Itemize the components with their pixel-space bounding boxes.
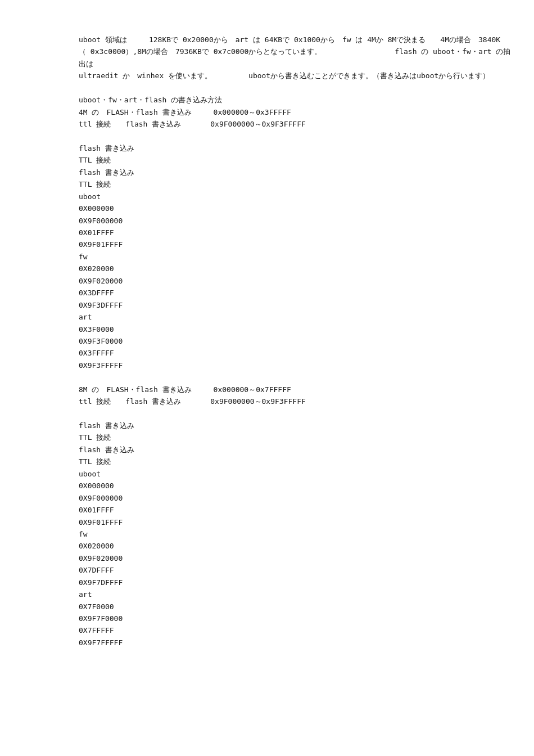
text-line: 0X9F020000 bbox=[79, 552, 517, 564]
text-line: uboot bbox=[79, 468, 517, 480]
text-line: 0X9F01FFFF bbox=[79, 516, 517, 528]
text-line: 0X9F7DFFFF bbox=[79, 577, 517, 588]
text-line: fw bbox=[79, 251, 517, 263]
text-line: 0X3FFFFF bbox=[79, 347, 517, 359]
text-line: art bbox=[79, 588, 517, 600]
text-line: 0X01FFFF bbox=[79, 504, 517, 516]
text-line: 0X3DFFFF bbox=[79, 287, 517, 299]
text-line: 0X9F000000 bbox=[79, 215, 517, 227]
text-line: TTL 接続 bbox=[79, 154, 517, 166]
text-line: 0X01FFFF bbox=[79, 227, 517, 238]
text-line: art bbox=[79, 311, 517, 323]
text-line: flash 書き込み bbox=[79, 142, 517, 154]
text-line: flash 書き込み bbox=[79, 166, 517, 178]
text-line: 0X3F0000 bbox=[79, 323, 517, 335]
text-line: ttl 接続 flash 書き込み 0x9F000000～0x9F3FFFFF bbox=[79, 395, 517, 407]
text-line: ultraedit か winhex を使います。 ubootから書き込むことが… bbox=[79, 70, 517, 82]
text-line: 0X9F7FFFFF bbox=[79, 637, 517, 649]
text-line: 8M の FLASH・flash 書き込み 0x000000～0x7FFFFF bbox=[79, 384, 517, 395]
text-line: 0X9F020000 bbox=[79, 275, 517, 287]
text-line: 0X9F3DFFFF bbox=[79, 299, 517, 311]
text-line: 0X7FFFFF bbox=[79, 624, 517, 636]
text-line: 0X9F000000 bbox=[79, 492, 517, 504]
text-line: 0X020000 bbox=[79, 540, 517, 552]
text-line: TTL 接続 bbox=[79, 431, 517, 443]
text-line: flash 書き込み bbox=[79, 444, 517, 456]
text-line: uboot 領域は 128KBで 0x20000から art は 64KBで 0… bbox=[79, 34, 517, 46]
text-line: 0X9F3F0000 bbox=[79, 335, 517, 347]
text-line: （ 0x3c0000）,8Mの場合 7936KBで 0x7c0000からとなって… bbox=[79, 46, 517, 70]
text-line: 4M の FLASH・flash 書き込み 0x000000～0x3FFFFF bbox=[79, 106, 517, 118]
text-line: uboot bbox=[79, 191, 517, 202]
text-line: fw bbox=[79, 528, 517, 540]
text-line: flash 書き込み bbox=[79, 420, 517, 431]
text-line: ttl 接続 flash 書き込み 0x9F000000～0x9F3FFFFF bbox=[79, 118, 517, 130]
main-content: uboot 領域は 128KBで 0x20000から art は 64KBで 0… bbox=[79, 34, 517, 649]
text-line: TTL 接続 bbox=[79, 178, 517, 190]
text-line: 0X9F01FFFF bbox=[79, 238, 517, 250]
text-line: 0X7DFFFF bbox=[79, 564, 517, 576]
text-line bbox=[79, 82, 517, 94]
text-line: uboot・fw・art・flash の書き込み方法 bbox=[79, 94, 517, 106]
text-line: 0X020000 bbox=[79, 263, 517, 274]
text-line: 0X000000 bbox=[79, 480, 517, 492]
text-line: 0X9F3FFFFF bbox=[79, 359, 517, 371]
text-line: 0X000000 bbox=[79, 202, 517, 214]
text-line: 0X7F0000 bbox=[79, 601, 517, 613]
text-line bbox=[79, 408, 517, 420]
text-line bbox=[79, 130, 517, 142]
text-line bbox=[79, 371, 517, 383]
text-line: TTL 接続 bbox=[79, 456, 517, 467]
text-line: 0X9F7F0000 bbox=[79, 613, 517, 624]
